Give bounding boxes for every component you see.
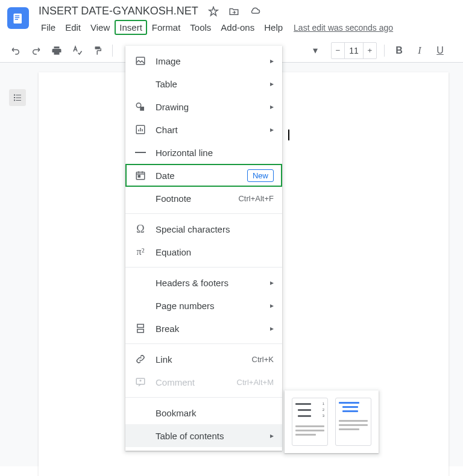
submenu-arrow-icon: ▸ — [270, 431, 274, 440]
insert-horizontal-line[interactable]: Horizontal line — [125, 141, 282, 164]
insert-table[interactable]: Table ▸ — [125, 72, 282, 95]
toc-submenu: 1 2 3 — [285, 390, 379, 453]
pi-icon: π² — [134, 245, 147, 258]
menu-insert[interactable]: Insert — [115, 20, 147, 35]
submenu-arrow-icon: ▸ — [270, 57, 274, 65]
insert-equation[interactable]: π² Equation — [125, 240, 282, 263]
outline-button[interactable] — [9, 89, 26, 106]
shortcut: Ctrl+Alt+M — [237, 378, 274, 387]
submenu-arrow-icon: ▸ — [270, 324, 274, 333]
svg-rect-9 — [16, 100, 21, 101]
separator — [125, 267, 282, 268]
empty-icon — [134, 299, 147, 312]
bold-button[interactable]: B — [392, 43, 406, 58]
label: Table of contents — [156, 431, 266, 441]
label: Table — [156, 79, 266, 89]
insert-special-characters[interactable]: Ω Special characters — [125, 218, 282, 240]
svg-rect-18 — [137, 330, 144, 333]
menu-addons[interactable]: Add-ons — [216, 20, 259, 35]
insert-drawing[interactable]: Drawing ▸ — [125, 95, 282, 118]
empty-icon — [134, 406, 147, 419]
font-size-increase[interactable]: + — [363, 43, 376, 58]
insert-link[interactable]: Link Ctrl+K — [125, 348, 282, 371]
separator — [125, 343, 282, 344]
drawing-icon — [134, 100, 147, 113]
insert-page-numbers[interactable]: Page numbers ▸ — [125, 294, 282, 317]
svg-rect-16 — [138, 175, 140, 177]
break-icon — [134, 322, 147, 335]
print-button[interactable] — [49, 43, 64, 58]
star-icon[interactable] — [208, 6, 219, 17]
label: Chart — [156, 125, 266, 135]
line-icon — [134, 146, 147, 159]
undo-button[interactable] — [8, 43, 23, 58]
empty-icon — [134, 77, 147, 90]
menu-format[interactable]: Format — [147, 20, 186, 35]
toc-with-page-numbers[interactable]: 1 2 3 — [292, 398, 328, 446]
italic-button[interactable]: I — [412, 43, 427, 58]
svg-rect-6 — [14, 97, 15, 98]
menu-view[interactable]: View — [86, 20, 115, 35]
text-cursor — [288, 130, 289, 140]
label: Link — [156, 354, 252, 365]
svg-rect-7 — [16, 98, 21, 98]
svg-rect-2 — [15, 17, 20, 19]
label: Special characters — [156, 224, 274, 234]
move-icon[interactable] — [228, 6, 239, 17]
menu-tools[interactable]: Tools — [185, 20, 216, 35]
separator — [112, 45, 113, 57]
submenu-arrow-icon: ▸ — [270, 301, 274, 310]
shortcut: Ctrl+Alt+F — [238, 194, 274, 203]
separator — [125, 213, 282, 214]
styles-dropdown[interactable]: ▾ — [313, 45, 325, 56]
document-title[interactable]: INSERT DATE-GYANKOSH.NET — [39, 5, 198, 17]
submenu-arrow-icon: ▸ — [270, 80, 274, 88]
insert-date[interactable]: Date New — [125, 164, 282, 187]
svg-rect-12 — [140, 107, 144, 111]
comment-icon — [134, 375, 147, 389]
insert-bookmark[interactable]: Bookmark — [125, 401, 282, 424]
calendar-icon — [134, 169, 147, 182]
menu-file[interactable]: File — [36, 20, 60, 35]
cloud-icon[interactable] — [249, 6, 261, 17]
font-size-group: − + — [331, 42, 377, 59]
menu-help[interactable]: Help — [259, 20, 288, 35]
label: Drawing — [156, 102, 266, 112]
link-icon — [134, 352, 147, 366]
label: Break — [156, 324, 266, 334]
docs-logo[interactable] — [7, 7, 29, 29]
menu-edit[interactable]: Edit — [60, 20, 86, 35]
underline-button[interactable]: U — [433, 43, 447, 58]
image-icon — [134, 54, 147, 67]
redo-button[interactable] — [29, 43, 43, 58]
svg-rect-14 — [135, 152, 146, 153]
insert-footnote[interactable]: Footnote Ctrl+Alt+F — [125, 187, 282, 210]
insert-break[interactable]: Break ▸ — [125, 317, 282, 340]
menubar: File Edit View Insert Format Tools Add-o… — [36, 17, 456, 39]
insert-image[interactable]: Image ▸ — [125, 49, 282, 72]
font-size-input[interactable] — [345, 43, 363, 58]
format-paint-button[interactable] — [90, 43, 105, 58]
label: Date — [156, 171, 242, 181]
svg-rect-0 — [14, 14, 22, 24]
label: Page numbers — [156, 301, 266, 311]
empty-icon — [134, 192, 147, 205]
svg-rect-5 — [16, 95, 21, 95]
insert-headers-footers[interactable]: Headers & footers ▸ — [125, 271, 282, 294]
insert-table-of-contents[interactable]: Table of contents ▸ — [125, 424, 282, 447]
insert-chart[interactable]: Chart ▸ — [125, 118, 282, 141]
label: Headers & footers — [156, 278, 266, 288]
empty-icon — [134, 429, 147, 442]
label: Image — [156, 56, 266, 66]
svg-rect-17 — [137, 324, 144, 327]
omega-icon: Ω — [134, 222, 147, 236]
font-size-decrease[interactable]: − — [332, 43, 345, 58]
spellcheck-button[interactable] — [70, 43, 84, 58]
submenu-arrow-icon: ▸ — [270, 102, 274, 111]
toc-with-links[interactable] — [335, 398, 371, 446]
submenu-arrow-icon: ▸ — [270, 278, 274, 287]
separator — [125, 397, 282, 398]
last-edit-link[interactable]: Last edit was seconds ago — [294, 23, 393, 33]
label: Comment — [156, 377, 237, 387]
svg-rect-1 — [15, 16, 20, 17]
